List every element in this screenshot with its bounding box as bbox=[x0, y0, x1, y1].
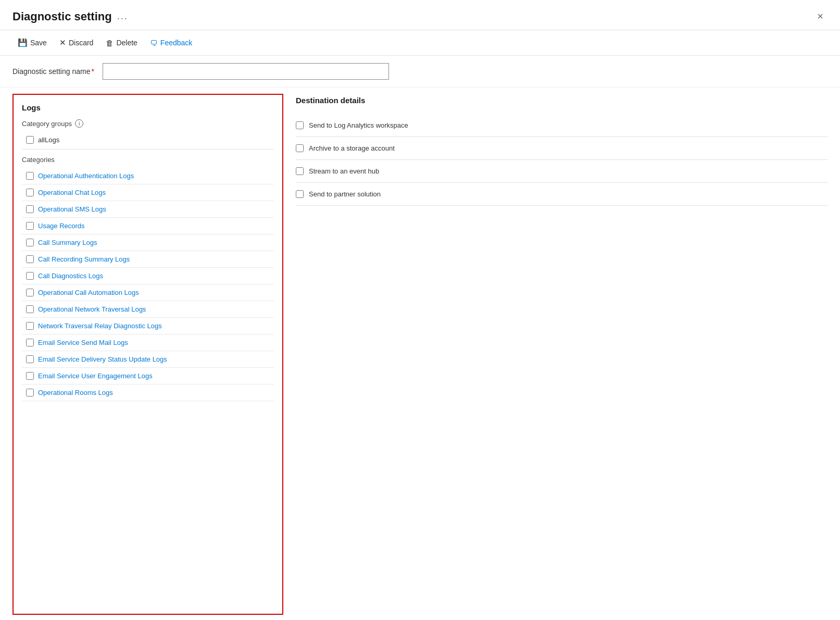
category-checkbox[interactable] bbox=[26, 355, 34, 363]
category-item: Operational SMS Logs bbox=[22, 201, 274, 218]
category-label[interactable]: Network Traversal Relay Diagnostic Logs bbox=[38, 322, 162, 330]
destination-label[interactable]: Archive to a storage account bbox=[309, 144, 395, 152]
category-checkbox[interactable] bbox=[26, 339, 34, 346]
category-label[interactable]: Operational Authentication Logs bbox=[38, 172, 134, 180]
category-group-item: allLogs bbox=[22, 133, 274, 150]
destination-item: Archive to a storage account bbox=[296, 137, 828, 160]
destination-panel-title: Destination details bbox=[296, 96, 828, 105]
category-item: Operational Authentication Logs bbox=[22, 168, 274, 184]
category-label[interactable]: Email Service Send Mail Logs bbox=[38, 339, 128, 346]
category-item: Operational Call Automation Logs bbox=[22, 284, 274, 301]
category-label[interactable]: Operational Call Automation Logs bbox=[38, 289, 139, 296]
categories-list: Operational Authentication Logs Operatio… bbox=[22, 168, 274, 401]
required-indicator: * bbox=[91, 67, 94, 76]
save-icon: 💾 bbox=[18, 38, 28, 47]
category-label[interactable]: Operational SMS Logs bbox=[38, 205, 106, 213]
delete-label: Delete bbox=[116, 39, 137, 47]
setting-name-row: Diagnostic setting name* bbox=[0, 56, 840, 88]
category-label[interactable]: Call Recording Summary Logs bbox=[38, 255, 130, 263]
destination-checkbox[interactable] bbox=[296, 167, 304, 175]
category-label[interactable]: Usage Records bbox=[38, 222, 85, 230]
category-item: Usage Records bbox=[22, 218, 274, 234]
category-group-checkbox[interactable] bbox=[26, 136, 34, 144]
feedback-icon: 🗨 bbox=[150, 39, 158, 47]
toolbar: 💾 Save ✕ Discard 🗑 Delete 🗨 Feedback bbox=[0, 30, 840, 56]
feedback-button[interactable]: 🗨 Feedback bbox=[145, 36, 197, 50]
destination-label[interactable]: Send to partner solution bbox=[309, 190, 381, 198]
destination-item: Send to Log Analytics workspace bbox=[296, 114, 828, 137]
category-groups-label: Category groups i bbox=[22, 119, 274, 128]
discard-label: Discard bbox=[69, 39, 93, 47]
category-label[interactable]: Call Diagnostics Logs bbox=[38, 272, 103, 280]
setting-name-input[interactable] bbox=[103, 63, 389, 80]
setting-name-label: Diagnostic setting name* bbox=[12, 67, 94, 76]
category-groups-list: allLogs bbox=[22, 133, 274, 150]
category-item: Email Service Send Mail Logs bbox=[22, 334, 274, 351]
feedback-label: Feedback bbox=[160, 39, 192, 47]
destination-checkbox[interactable] bbox=[296, 144, 304, 152]
title-bar: Diagnostic setting ... × bbox=[0, 0, 840, 30]
category-checkbox[interactable] bbox=[26, 205, 34, 213]
save-button[interactable]: 💾 Save bbox=[12, 35, 52, 50]
category-label[interactable]: Operational Network Traversal Logs bbox=[38, 305, 146, 313]
close-button[interactable]: × bbox=[813, 8, 828, 24]
category-item: Call Diagnostics Logs bbox=[22, 268, 274, 284]
category-checkbox[interactable] bbox=[26, 189, 34, 196]
category-label[interactable]: Operational Rooms Logs bbox=[38, 389, 113, 396]
category-label[interactable]: Call Summary Logs bbox=[38, 239, 97, 246]
destination-panel: Destination details Send to Log Analytic… bbox=[283, 88, 840, 620]
category-item: Operational Network Traversal Logs bbox=[22, 301, 274, 318]
category-checkbox[interactable] bbox=[26, 272, 34, 280]
save-label: Save bbox=[30, 39, 47, 47]
discard-button[interactable]: ✕ Discard bbox=[54, 35, 98, 50]
categories-label: Categories bbox=[22, 156, 274, 164]
category-checkbox[interactable] bbox=[26, 389, 34, 396]
category-label[interactable]: Email Service Delivery Status Update Log… bbox=[38, 355, 167, 363]
destination-checkbox[interactable] bbox=[296, 121, 304, 129]
category-checkbox[interactable] bbox=[26, 239, 34, 246]
category-item: Email Service Delivery Status Update Log… bbox=[22, 351, 274, 368]
category-group-label[interactable]: allLogs bbox=[38, 136, 59, 144]
destination-label[interactable]: Stream to an event hub bbox=[309, 167, 379, 175]
category-checkbox[interactable] bbox=[26, 222, 34, 230]
category-checkbox[interactable] bbox=[26, 372, 34, 380]
category-checkbox[interactable] bbox=[26, 305, 34, 313]
page-title: Diagnostic setting bbox=[12, 10, 112, 23]
category-item: Email Service User Engagement Logs bbox=[22, 368, 274, 385]
destination-list: Send to Log Analytics workspace Archive … bbox=[296, 114, 828, 206]
category-item: Operational Rooms Logs bbox=[22, 385, 274, 401]
title-ellipsis: ... bbox=[117, 11, 128, 22]
category-item: Operational Chat Logs bbox=[22, 184, 274, 201]
category-checkbox[interactable] bbox=[26, 172, 34, 180]
category-label[interactable]: Operational Chat Logs bbox=[38, 189, 106, 196]
category-checkbox[interactable] bbox=[26, 255, 34, 263]
delete-button[interactable]: 🗑 Delete bbox=[101, 36, 142, 50]
category-label[interactable]: Email Service User Engagement Logs bbox=[38, 372, 153, 380]
logs-panel: Logs Category groups i allLogs Categorie… bbox=[12, 94, 283, 615]
discard-icon: ✕ bbox=[59, 38, 66, 47]
destination-label[interactable]: Send to Log Analytics workspace bbox=[309, 121, 408, 129]
destination-item: Send to partner solution bbox=[296, 183, 828, 206]
category-item: Call Recording Summary Logs bbox=[22, 251, 274, 268]
destination-checkbox[interactable] bbox=[296, 190, 304, 198]
category-checkbox[interactable] bbox=[26, 289, 34, 296]
main-content: Logs Category groups i allLogs Categorie… bbox=[0, 88, 840, 620]
category-item: Call Summary Logs bbox=[22, 234, 274, 251]
delete-icon: 🗑 bbox=[106, 39, 114, 47]
category-item: Network Traversal Relay Diagnostic Logs bbox=[22, 318, 274, 334]
category-groups-info-icon[interactable]: i bbox=[75, 119, 83, 128]
destination-item: Stream to an event hub bbox=[296, 160, 828, 183]
logs-panel-title: Logs bbox=[22, 103, 274, 112]
category-checkbox[interactable] bbox=[26, 322, 34, 330]
